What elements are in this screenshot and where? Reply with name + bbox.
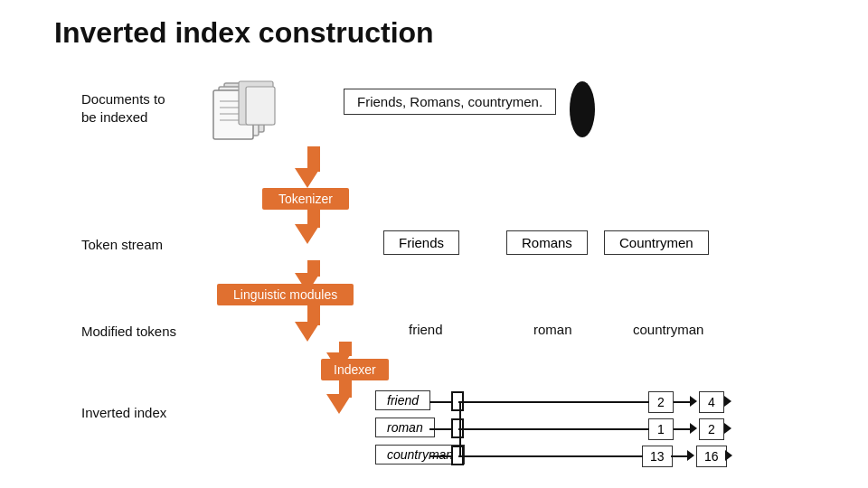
mod-token-roman: roman: [533, 322, 572, 337]
mod-token-countryman: countryman: [633, 322, 703, 337]
svg-rect-8: [246, 87, 275, 125]
h-stub-3: [459, 455, 643, 457]
arrow-right-end-1: [724, 396, 731, 407]
h-stub-2: [459, 428, 649, 430]
num-2-row1: 2: [648, 391, 674, 413]
arrow-head-1: [295, 168, 320, 188]
conn-line-2: [429, 428, 452, 430]
token-stream-label: Token stream: [81, 237, 163, 252]
token-countrymen: Countrymen: [604, 230, 709, 255]
arrow-right-end-3: [725, 450, 732, 461]
indexer-box: Indexer: [321, 359, 389, 380]
arrow-right-icon-2: [690, 423, 697, 434]
inv-index-label: Inverted index: [81, 405, 166, 420]
docs-label: Documents to be indexed: [81, 90, 165, 126]
hline-arr-1: [674, 401, 692, 403]
hline-arr-2: [674, 428, 692, 430]
num-1-row2: 1: [648, 418, 674, 440]
arrow-head-2: [295, 224, 320, 244]
ling-modules-box: Linguistic modules: [217, 284, 354, 305]
num-13-row3: 13: [642, 446, 673, 467]
conn-line-3: [429, 455, 452, 457]
arrow-right-icon-3: [687, 450, 694, 461]
hline-arr-3: [671, 455, 689, 457]
arrow-head-4: [295, 322, 320, 342]
num-4-row1: 4: [699, 391, 724, 413]
arrow-head-6: [326, 394, 352, 414]
h-stub-1: [459, 401, 649, 403]
num-16-row3: 16: [696, 446, 727, 467]
document-stack-icon: [208, 80, 280, 146]
cursor-oval: [570, 81, 595, 137]
token-friends: Friends: [383, 230, 459, 255]
inv-token-friend: friend: [375, 390, 430, 410]
conn-line-1: [429, 401, 452, 403]
page-title: Inverted index construction: [54, 16, 434, 50]
inv-token-roman: roman: [375, 418, 435, 437]
tokenizer-box: Tokenizer: [262, 188, 349, 210]
mod-tokens-label: Modified tokens: [81, 324, 176, 339]
mod-token-friend: friend: [409, 322, 443, 337]
frc-box: Friends, Romans, countrymen.: [344, 89, 556, 115]
arrow-right-icon-1: [690, 396, 697, 407]
arrow-right-end-2: [724, 423, 731, 434]
num-2-row2: 2: [699, 418, 724, 440]
token-romans: Romans: [506, 230, 588, 255]
